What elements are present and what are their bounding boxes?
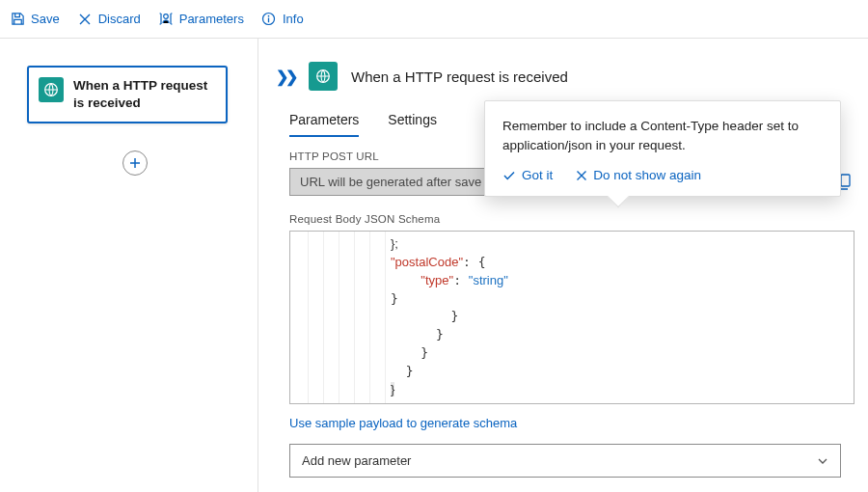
trigger-node-title: When a HTTP request is received: [73, 77, 216, 112]
http-trigger-icon: [309, 62, 338, 91]
json-schema-editor[interactable]: }; "postalCode": { "type": "string" } } …: [289, 231, 854, 404]
parameters-label: Parameters: [179, 12, 244, 26]
save-icon: [10, 12, 25, 27]
trigger-node[interactable]: When a HTTP request is received: [27, 66, 228, 123]
parameters-icon: [158, 12, 174, 27]
svg-point-2: [268, 15, 270, 17]
callout-gotit-button[interactable]: Got it: [502, 168, 553, 182]
check-icon: [502, 169, 516, 182]
callout-dontshow-button[interactable]: Do not show again: [576, 168, 701, 182]
info-icon: [261, 12, 277, 27]
command-bar: Save Discard Parameters Info: [0, 0, 868, 39]
info-label: Info: [283, 12, 304, 26]
info-button[interactable]: Info: [261, 12, 304, 27]
close-x-icon: [77, 12, 93, 27]
designer-canvas: When a HTTP request is received: [0, 39, 258, 492]
add-parameter-dropdown[interactable]: Add new parameter: [289, 444, 841, 478]
discard-label: Discard: [98, 12, 141, 26]
discard-button[interactable]: Discard: [77, 12, 141, 27]
save-label: Save: [31, 12, 60, 26]
parameters-button[interactable]: Parameters: [158, 12, 244, 27]
svg-point-0: [163, 14, 168, 19]
config-panel: ❯❯ When a HTTP request is received Param…: [258, 39, 868, 492]
add-parameter-label: Add new parameter: [302, 453, 411, 468]
collapse-chevron-icon[interactable]: ❯❯: [276, 68, 295, 86]
info-callout: Remember to include a Content-Type heade…: [484, 100, 841, 197]
http-trigger-icon: [39, 77, 64, 102]
use-sample-payload-link[interactable]: Use sample payload to generate schema: [289, 416, 517, 430]
callout-text: Remember to include a Content-Type heade…: [502, 117, 823, 154]
tab-parameters[interactable]: Parameters: [289, 112, 359, 137]
gotit-label: Got it: [522, 168, 553, 182]
schema-label: Request Body JSON Schema: [289, 213, 854, 225]
close-x-icon: [576, 170, 587, 181]
tab-settings[interactable]: Settings: [388, 112, 437, 137]
schema-code: }; "postalCode": { "type": "string" } } …: [294, 235, 854, 399]
chevron-down-icon: [817, 455, 828, 467]
svg-rect-6: [841, 175, 850, 186]
add-step-button[interactable]: [122, 150, 148, 176]
dontshow-label: Do not show again: [593, 168, 701, 182]
panel-title: When a HTTP request is received: [351, 68, 568, 85]
save-button[interactable]: Save: [10, 12, 60, 27]
svg-rect-3: [268, 18, 269, 23]
